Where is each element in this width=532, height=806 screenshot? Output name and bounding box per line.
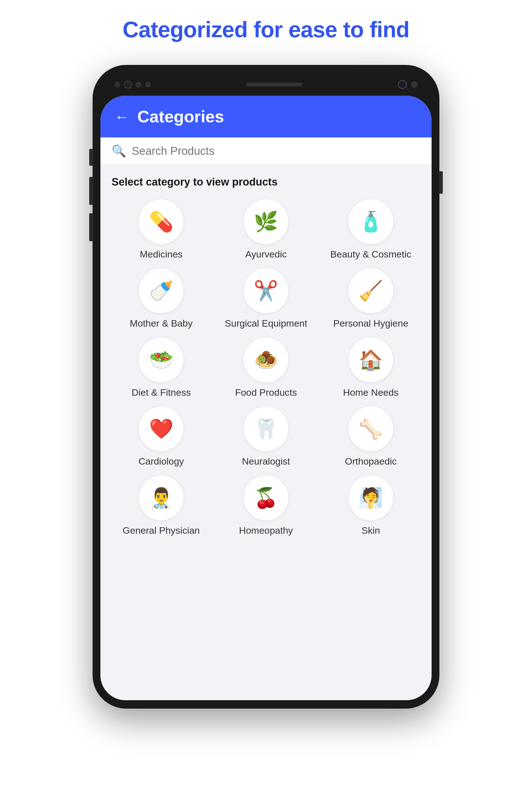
screen-title: Categories bbox=[137, 107, 224, 126]
earpiece-speaker bbox=[246, 82, 302, 87]
section-title: Select category to view products bbox=[112, 176, 420, 188]
volume-silent-button bbox=[89, 149, 93, 166]
category-label-homeopathy: Homeopathy bbox=[239, 525, 293, 536]
phone-frame: ← Categories 🔍 Select category to view p… bbox=[93, 65, 439, 709]
category-label-ayurvedic: Ayurvedic bbox=[245, 248, 287, 260]
power-button bbox=[439, 171, 443, 194]
category-icon-home-needs: 🏠 bbox=[348, 338, 393, 382]
right-sensors bbox=[398, 80, 418, 89]
category-item-homeopathy[interactable]: 🍒Homeopathy bbox=[216, 475, 316, 536]
category-item-general-physician[interactable]: 👨‍⚕️General Physician bbox=[112, 475, 211, 536]
categories-content: Select category to view products 💊Medici… bbox=[100, 165, 432, 700]
category-icon-orthopaedic: 🦴 bbox=[348, 406, 393, 451]
search-input[interactable] bbox=[132, 145, 420, 157]
page-headline: Categorized for ease to find bbox=[106, 17, 426, 42]
category-icon-surgical-equipment: ✂️ bbox=[244, 268, 288, 313]
search-icon: 🔍 bbox=[112, 144, 126, 158]
app-header: ← Categories bbox=[100, 96, 432, 137]
category-icon-diet-fitness: 🥗 bbox=[139, 338, 184, 382]
category-label-diet-fitness: Diet & Fitness bbox=[132, 387, 191, 398]
category-icon-mother-baby: 🍼 bbox=[139, 268, 184, 313]
category-label-medicines: Medicines bbox=[140, 248, 183, 260]
category-icon-food-products: 🧆 bbox=[244, 338, 288, 382]
category-icon-homeopathy: 🍒 bbox=[244, 475, 288, 520]
category-label-surgical-equipment: Surgical Equipment bbox=[225, 318, 307, 329]
category-item-ayurvedic[interactable]: 🌿Ayurvedic bbox=[216, 199, 316, 260]
category-icon-personal-hygiene: 🧹 bbox=[348, 268, 393, 313]
sensor-dot-2 bbox=[136, 82, 141, 87]
category-icon-ayurvedic: 🌿 bbox=[244, 199, 288, 244]
category-item-mother-baby[interactable]: 🍼Mother & Baby bbox=[112, 268, 211, 329]
category-icon-neuralogist: 🦷 bbox=[244, 406, 288, 451]
category-label-neuralogist: Neuralogist bbox=[242, 456, 290, 467]
sensor-dot-1 bbox=[114, 82, 120, 87]
category-icon-cardiology: ❤️ bbox=[139, 406, 184, 451]
category-item-skin[interactable]: 🧖Skin bbox=[321, 475, 420, 536]
left-sensors bbox=[114, 81, 151, 89]
phone-top-bar bbox=[100, 73, 432, 96]
volume-down-button bbox=[89, 213, 93, 241]
category-item-diet-fitness[interactable]: 🥗Diet & Fitness bbox=[112, 338, 211, 398]
back-button[interactable]: ← bbox=[114, 109, 129, 124]
category-item-surgical-equipment[interactable]: ✂️Surgical Equipment bbox=[216, 268, 316, 329]
volume-up-button bbox=[89, 177, 93, 205]
category-item-beauty-cosmetic[interactable]: 🧴Beauty & Cosmetic bbox=[321, 199, 420, 260]
category-label-home-needs: Home Needs bbox=[343, 387, 398, 398]
search-bar[interactable]: 🔍 bbox=[100, 137, 432, 165]
category-label-food-products: Food Products bbox=[235, 387, 297, 398]
phone-screen: ← Categories 🔍 Select category to view p… bbox=[100, 96, 432, 700]
category-icon-general-physician: 👨‍⚕️ bbox=[139, 475, 184, 520]
category-item-orthopaedic[interactable]: 🦴Orthopaedic bbox=[321, 406, 420, 467]
selfie-camera bbox=[124, 81, 132, 89]
category-item-home-needs[interactable]: 🏠Home Needs bbox=[321, 338, 420, 398]
category-item-neuralogist[interactable]: 🦷Neuralogist bbox=[216, 406, 316, 467]
category-item-personal-hygiene[interactable]: 🧹Personal Hygiene bbox=[321, 268, 420, 329]
category-label-cardiology: Cardiology bbox=[138, 456, 184, 467]
category-label-general-physician: General Physician bbox=[122, 525, 200, 536]
category-grid: 💊Medicines🌿Ayurvedic🧴Beauty & Cosmetic🍼M… bbox=[112, 199, 420, 536]
front-camera bbox=[398, 80, 407, 89]
category-label-skin: Skin bbox=[362, 525, 380, 536]
sensor-dot-3 bbox=[145, 82, 151, 87]
category-label-personal-hygiene: Personal Hygiene bbox=[333, 318, 408, 329]
category-label-mother-baby: Mother & Baby bbox=[130, 318, 193, 329]
category-label-beauty-cosmetic: Beauty & Cosmetic bbox=[330, 248, 411, 260]
category-icon-medicines: 💊 bbox=[139, 199, 184, 244]
category-icon-skin: 🧖 bbox=[348, 475, 393, 520]
category-item-medicines[interactable]: 💊Medicines bbox=[112, 199, 211, 260]
category-item-cardiology[interactable]: ❤️Cardiology bbox=[112, 406, 211, 467]
category-item-food-products[interactable]: 🧆Food Products bbox=[216, 338, 316, 398]
category-icon-beauty-cosmetic: 🧴 bbox=[348, 199, 393, 244]
category-label-orthopaedic: Orthopaedic bbox=[345, 456, 397, 467]
ir-sensor bbox=[411, 81, 418, 88]
